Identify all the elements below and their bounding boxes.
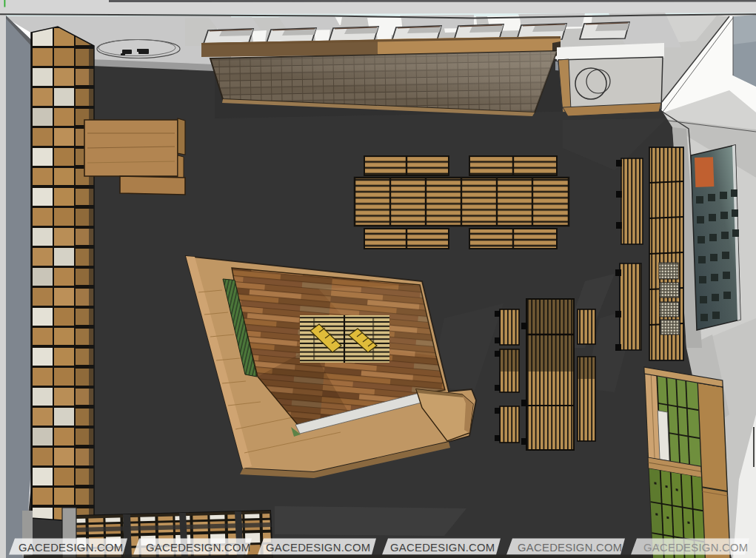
svg-text:GACEDESIGN.COM: GACEDESIGN.COM bbox=[390, 542, 495, 554]
svg-text:GACEDESIGN.COM: GACEDESIGN.COM bbox=[146, 542, 251, 554]
svg-text:GACEDESIGN.COM: GACEDESIGN.COM bbox=[643, 542, 749, 554]
svg-text:GACEDESIGN.COM: GACEDESIGN.COM bbox=[518, 542, 623, 554]
svg-text:GACEDESIGN.COM: GACEDESIGN.COM bbox=[266, 542, 371, 554]
svg-text:GACEDESIGN.COM: GACEDESIGN.COM bbox=[19, 542, 124, 554]
